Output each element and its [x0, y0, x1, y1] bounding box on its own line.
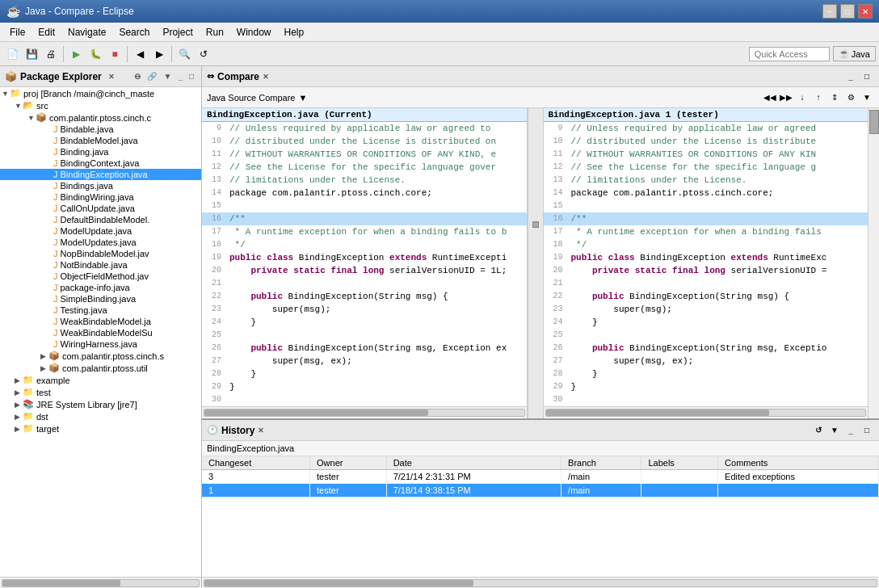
list-item[interactable]: ▶ 📦 com.palantir.ptoss.cinch.s [0, 350, 201, 362]
diff-pane-right[interactable]: BindingException.java 1 (tester) 9// Unl… [544, 108, 868, 418]
list-item[interactable]: J BindableModel.java [0, 135, 201, 146]
menu-search[interactable]: Search [112, 25, 156, 40]
list-item[interactable]: J WeakBindableModelSu [0, 327, 201, 338]
sync-scroll-btn[interactable]: ⇕ [827, 90, 842, 105]
file-label: BindingContext.java [61, 158, 140, 168]
table-row[interactable]: 3 tester 7/21/14 2:31:31 PM /main Edited… [202, 470, 879, 484]
list-item[interactable]: J WiringHarness.java [0, 338, 201, 350]
tree-item-src[interactable]: ▼ 📂 src [0, 99, 201, 111]
maximize-view-button[interactable]: □ [187, 71, 196, 82]
save-button[interactable]: 💾 [23, 45, 40, 63]
compare-settings-btn[interactable]: ⚙ [843, 90, 858, 105]
run-button[interactable]: ▶ [67, 45, 85, 63]
minimize-button[interactable]: − [822, 4, 837, 19]
diff-vscrollbar[interactable] [868, 108, 879, 418]
tree-item-jre[interactable]: ▶ 📚 JRE System Library [jre7] [0, 398, 201, 410]
link-with-editor-button[interactable]: 🔗 [145, 71, 159, 82]
refresh-button[interactable]: ↺ [195, 45, 212, 63]
menu-edit[interactable]: Edit [32, 25, 61, 40]
tree-item-package[interactable]: ▼ 📦 com.palantir.ptoss.cinch.c [0, 111, 201, 124]
list-item[interactable]: J ModelUpdates.java [0, 237, 201, 248]
list-item[interactable]: J ModelUpdate.java [0, 225, 201, 237]
list-item[interactable]: J WeakBindableModel.ja [0, 316, 201, 327]
hscroll-thumb[interactable] [2, 580, 120, 586]
search-toolbar-button[interactable]: 🔍 [175, 45, 193, 63]
new-button[interactable]: 📄 [3, 45, 21, 63]
hscroll-thumb[interactable] [546, 410, 770, 416]
hscroll-track[interactable] [545, 409, 867, 417]
vscroll-thumb[interactable] [869, 110, 879, 134]
line-content: super(msg, ex); [226, 355, 352, 368]
list-item[interactable]: ▶ 📦 com.palantir.ptoss.util [0, 362, 201, 374]
right-pane-hscrollbar[interactable] [544, 406, 868, 418]
menu-project[interactable]: Project [156, 25, 199, 40]
list-item[interactable]: J SimpleBinding.java [0, 293, 201, 304]
list-item[interactable]: J package-info.java [0, 282, 201, 293]
package-explorer-hscrollbar[interactable] [0, 577, 201, 588]
list-item[interactable]: J CallOnUpdate.java [0, 203, 201, 214]
tree-item-dst[interactable]: ▶ 📁 dst [0, 410, 201, 422]
line-num: 9 [202, 122, 226, 135]
list-item[interactable]: J BindingWiring.java [0, 191, 201, 203]
list-item[interactable]: J Bindable.java [0, 124, 201, 135]
menu-run[interactable]: Run [200, 25, 230, 40]
tree-item-test[interactable]: ▶ 📁 test [0, 386, 201, 398]
menu-window[interactable]: Window [230, 25, 278, 40]
forward-button[interactable]: ▶ [150, 45, 168, 63]
print-button[interactable]: 🖨 [42, 45, 60, 63]
history-maximize-btn[interactable]: □ [860, 423, 874, 438]
history-tab-close[interactable]: ✕ [258, 426, 264, 435]
hscroll-thumb[interactable] [204, 410, 428, 416]
history-minimize-btn[interactable]: _ [843, 423, 858, 438]
hscroll-track[interactable] [204, 409, 525, 417]
list-item[interactable]: J BindingContext.java [0, 158, 201, 169]
copy-right-btn[interactable]: ▶▶ [779, 90, 793, 105]
list-item[interactable]: J DefaultBindableModel. [0, 214, 201, 225]
menu-help[interactable]: Help [278, 25, 311, 40]
src-icon: 📂 [23, 100, 34, 111]
quick-access-input[interactable] [749, 47, 830, 61]
compare-btn-1[interactable]: _ [843, 69, 858, 84]
tree-item-project[interactable]: ▼ 📁 proj [Branch /main@cinch_maste [0, 87, 201, 99]
left-pane-hscrollbar[interactable] [202, 406, 527, 418]
package-explorer-tab-close[interactable]: ✕ [108, 73, 115, 81]
stop-button[interactable]: ■ [106, 45, 124, 63]
list-item[interactable]: J Binding.java [0, 146, 201, 158]
hscroll-track[interactable] [204, 579, 877, 587]
view-menu-button[interactable]: ▼ [161, 71, 174, 82]
maximize-button[interactable]: □ [840, 4, 855, 19]
line-content: private static final long serialVersionU… [568, 264, 827, 277]
next-diff-btn[interactable]: ↓ [795, 90, 810, 105]
table-row[interactable]: 1 tester 7/18/14 9:38:15 PM /main [202, 484, 879, 498]
tree-item-example[interactable]: ▶ 📁 example [0, 374, 201, 386]
list-item[interactable]: J Bindings.java [0, 180, 201, 191]
history-filter-btn[interactable]: ▼ [827, 423, 842, 438]
compare-more-btn[interactable]: ▼ [860, 90, 874, 105]
history-refresh-btn[interactable]: ↺ [811, 423, 826, 438]
list-item[interactable]: J NotBindable.java [0, 259, 201, 271]
collapse-all-button[interactable]: ⊖ [132, 71, 143, 82]
history-file: BindingException.java [202, 441, 879, 456]
tree-item-target[interactable]: ▶ 📁 target [0, 422, 201, 435]
list-item[interactable]: J NopBindableModel.jav [0, 248, 201, 259]
hscroll-track[interactable] [2, 579, 200, 587]
prev-diff-btn[interactable]: ↑ [811, 90, 826, 105]
copy-left-btn[interactable]: ◀◀ [763, 90, 777, 105]
list-item[interactable]: J BindingException.java [0, 169, 201, 180]
diff-pane-left[interactable]: BindingException.java (Current) 9// Unle… [202, 108, 528, 418]
list-item[interactable]: J Testing.java [0, 304, 201, 316]
close-button[interactable]: ✕ [858, 4, 873, 19]
menu-navigate[interactable]: Navigate [61, 25, 112, 40]
compare-btn-2[interactable]: □ [860, 69, 874, 84]
history-hscrollbar[interactable] [202, 577, 879, 588]
debug-button[interactable]: 🐛 [86, 45, 104, 63]
minimize-view-button[interactable]: _ [175, 71, 185, 82]
java-perspective-button[interactable]: ☕ Java [833, 46, 876, 61]
source-compare-select[interactable]: Java Source Compare ▼ [207, 93, 307, 103]
file-label: SimpleBinding.java [61, 294, 137, 304]
hscroll-thumb[interactable] [204, 580, 473, 586]
menu-file[interactable]: File [3, 25, 32, 40]
back-button[interactable]: ◀ [131, 45, 149, 63]
compare-tab-close[interactable]: ✕ [263, 73, 269, 81]
list-item[interactable]: J ObjectFieldMethod.jav [0, 271, 201, 282]
